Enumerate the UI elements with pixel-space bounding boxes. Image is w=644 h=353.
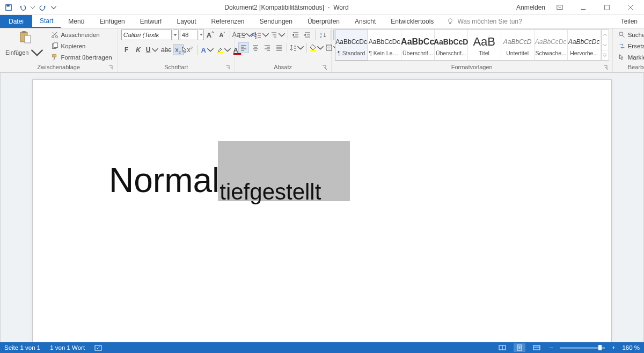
underline-button[interactable]: U — [145, 45, 160, 55]
font-name-input[interactable]: Calibri (Textk — [121, 30, 172, 40]
font-name-dropdown[interactable] — [173, 30, 179, 40]
tab-mailings[interactable]: Sendungen — [252, 15, 300, 28]
paste-label: Einfügen — [5, 49, 28, 56]
maximize-icon[interactable] — [598, 1, 616, 14]
read-mode-icon[interactable] — [496, 343, 508, 352]
document-page[interactable]: Normal tiefgestellt ¶ — [32, 79, 612, 342]
tab-menu[interactable]: Menü — [61, 15, 92, 28]
redo-icon[interactable] — [36, 1, 49, 14]
bullets-button[interactable] — [238, 30, 253, 40]
ribbon: Einfügen Ausschneiden Kopieren Format üb… — [0, 28, 644, 72]
svg-rect-11 — [54, 43, 58, 48]
font-size-dropdown[interactable] — [199, 30, 204, 40]
app-name: Word — [333, 4, 348, 11]
find-button[interactable]: Suchen — [616, 30, 644, 40]
zoom-thumb[interactable] — [598, 345, 602, 350]
tab-review[interactable]: Überprüfen — [300, 15, 347, 28]
svg-point-17 — [239, 37, 240, 38]
line-spacing-button[interactable] — [289, 42, 304, 53]
format-painter-label: Format übertragen — [61, 54, 112, 61]
gallery-down-icon[interactable] — [602, 40, 609, 50]
gallery-scroll[interactable] — [601, 30, 609, 60]
align-center-button[interactable] — [250, 42, 261, 53]
tab-references[interactable]: Referenzen — [203, 15, 252, 28]
style-standard[interactable]: AaBbCcDc¶ Standard — [335, 30, 368, 61]
spellcheck-icon[interactable] — [94, 344, 102, 351]
shrink-font-button[interactable]: Aˇ — [217, 30, 228, 40]
bold-button[interactable]: F — [121, 45, 132, 55]
highlight-button[interactable] — [216, 45, 231, 55]
tab-start[interactable]: Start — [32, 15, 61, 28]
shading-button[interactable] — [309, 42, 324, 53]
paragraph-launcher-icon[interactable] — [321, 64, 328, 71]
align-left-button[interactable] — [238, 42, 249, 53]
share-button[interactable]: Teilen — [614, 15, 644, 28]
align-right-button[interactable] — [262, 42, 273, 53]
zoom-level[interactable]: 160 % — [622, 344, 640, 351]
cut-label: Ausschneiden — [61, 32, 99, 38]
font-size-input[interactable]: 48 — [180, 30, 198, 40]
subscript-button[interactable]: x2 — [173, 45, 184, 55]
tab-file[interactable]: Datei — [0, 15, 32, 28]
print-layout-icon[interactable] — [514, 343, 525, 352]
replace-button[interactable]: Ersetzen — [616, 41, 644, 52]
format-painter-button[interactable]: Format übertragen — [49, 52, 114, 63]
copy-button[interactable]: Kopieren — [49, 41, 114, 52]
qat-customize-icon[interactable] — [50, 1, 57, 14]
group-paragraph: 123 AZ ¶ Absatz — [235, 28, 332, 72]
superscript-button[interactable]: x2 — [185, 45, 195, 55]
svg-rect-1 — [7, 4, 10, 6]
multilevel-list-button[interactable] — [270, 30, 286, 40]
italic-button[interactable]: K — [133, 45, 144, 55]
tab-design[interactable]: Entwurf — [133, 15, 170, 28]
save-icon[interactable] — [2, 1, 15, 14]
tab-developer[interactable]: Entwicklertools — [383, 15, 441, 28]
font-launcher-icon[interactable] — [225, 64, 231, 71]
decrease-indent-button[interactable] — [290, 30, 301, 40]
lightbulb-icon — [447, 18, 454, 25]
minimize-icon[interactable] — [574, 1, 592, 14]
style-title[interactable]: AaBTitel — [468, 30, 501, 60]
style-subtitle[interactable]: AaBbCcDUntertitel — [501, 30, 535, 60]
style-heading1[interactable]: AaBbCcÜberschrif... — [401, 30, 435, 60]
svg-point-15 — [239, 33, 240, 34]
sign-in-link[interactable]: Anmelden — [516, 4, 545, 11]
select-button[interactable]: Markieren — [616, 52, 644, 63]
undo-dropdown-icon[interactable] — [30, 1, 35, 14]
styles-gallery[interactable]: AaBbCcDc¶ Standard AaBbCcDc¶ Kein Lee...… — [335, 30, 609, 61]
style-emphasis[interactable]: AaBbCcDcHervorhe... — [568, 30, 601, 60]
grow-font-button[interactable]: A^ — [205, 30, 216, 40]
status-page[interactable]: Seite 1 von 1 — [4, 344, 40, 351]
gallery-more-icon[interactable] — [602, 50, 609, 60]
group-font: Calibri (Textk 48 A^ Aˇ Aa A F K U abc x… — [118, 28, 235, 72]
styles-launcher-icon[interactable] — [603, 64, 609, 71]
tab-layout[interactable]: Layout — [169, 15, 203, 28]
zoom-out-button[interactable]: − — [548, 344, 554, 351]
strikethrough-button[interactable]: abc — [161, 45, 172, 55]
status-words[interactable]: 1 von 1 Wort — [50, 344, 85, 351]
paste-button[interactable]: Einfügen — [3, 30, 47, 61]
increase-indent-button[interactable] — [302, 30, 313, 40]
style-no-spacing[interactable]: AaBbCcDc¶ Kein Lee... — [368, 30, 401, 60]
close-icon[interactable] — [621, 1, 640, 14]
tab-insert[interactable]: Einfügen — [92, 15, 132, 28]
document-title: Dokument2 [Kompatibilitätsmodus] — [224, 4, 324, 11]
numbering-button[interactable]: 123 — [254, 30, 269, 40]
clipboard-launcher-icon[interactable] — [108, 64, 114, 71]
ribbon-display-icon[interactable] — [551, 1, 569, 14]
cut-button[interactable]: Ausschneiden — [49, 30, 114, 40]
justify-button[interactable] — [274, 42, 284, 53]
document-content[interactable]: Normal tiefgestellt ¶ — [109, 160, 336, 205]
undo-icon[interactable] — [16, 1, 29, 14]
gallery-up-icon[interactable] — [602, 30, 609, 40]
sort-button[interactable]: AZ — [318, 30, 328, 40]
web-layout-icon[interactable] — [531, 343, 543, 352]
style-heading2[interactable]: AaBbCcDÜberschrif... — [435, 30, 468, 60]
zoom-slider[interactable] — [560, 347, 605, 349]
style-subtle-emphasis[interactable]: AaBbCcDcSchwache... — [535, 30, 568, 60]
text-effects-button[interactable]: A — [200, 45, 215, 55]
svg-text:3: 3 — [255, 36, 257, 39]
tell-me-search[interactable]: Was möchten Sie tun? — [441, 15, 527, 28]
tab-view[interactable]: Ansicht — [347, 15, 383, 28]
zoom-in-button[interactable]: + — [610, 344, 617, 351]
